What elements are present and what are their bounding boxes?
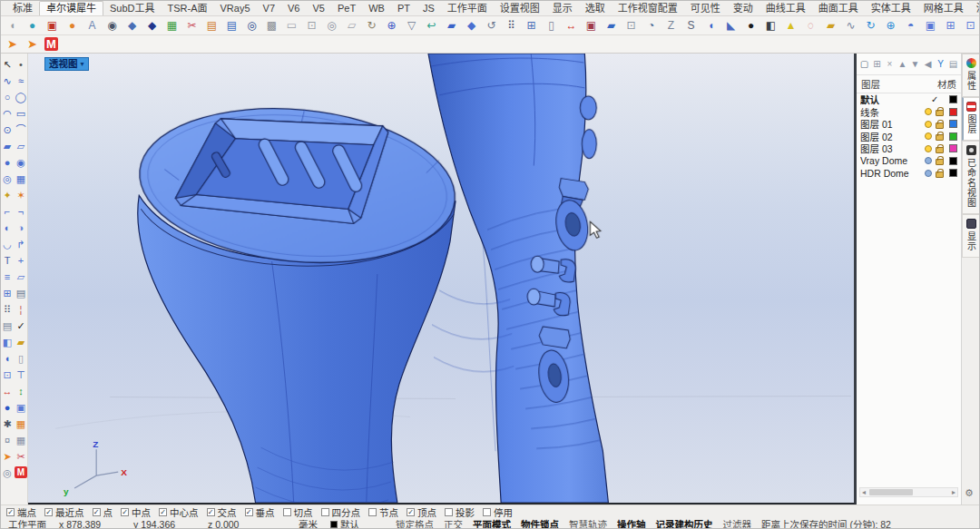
camera-tool-icon[interactable]: ◉ <box>104 18 120 34</box>
osnap-垂点[interactable]: ✓垂点 <box>245 505 275 519</box>
menu-tab[interactable]: 工作平面 <box>441 2 494 15</box>
menu-tab[interactable]: 网格工具 <box>917 2 970 15</box>
material-swatch[interactable] <box>949 144 957 152</box>
arc-blend-icon[interactable]: ◡ <box>1 238 14 251</box>
launcher-arrow-icon[interactable]: ➤ <box>5 36 20 52</box>
plane-pen-icon[interactable]: ▰ <box>444 18 459 34</box>
select-pointer-icon[interactable]: ↖ <box>1 58 14 72</box>
curve-arrow-icon[interactable]: ⌒ <box>15 123 27 137</box>
sync-circle-icon[interactable]: ↻ <box>863 18 878 34</box>
align-tool-icon[interactable]: A <box>84 18 100 34</box>
status-toggle[interactable]: 过滤器 <box>723 519 752 529</box>
move-tool-icon[interactable]: ⊕ <box>384 18 399 34</box>
mirror-icon[interactable]: ◧ <box>1 336 14 349</box>
checkbox[interactable]: ✓ <box>121 508 129 516</box>
m-plugin-icon[interactable]: M <box>44 37 58 51</box>
bucket-blue-icon[interactable]: ◓ <box>903 18 918 34</box>
menu-tab[interactable]: V5 <box>307 2 331 15</box>
lock-icon[interactable] <box>936 134 944 141</box>
boolean-union-icon[interactable]: ◐ <box>1 221 14 235</box>
gem-icon[interactable]: ◆ <box>464 18 479 34</box>
checkbox[interactable]: ✓ <box>44 508 53 516</box>
material-swatch[interactable] <box>949 120 957 128</box>
tilt-plane-icon[interactable]: ▱ <box>15 270 27 284</box>
lock-icon[interactable] <box>936 122 944 129</box>
history-clock-icon[interactable]: ↻ <box>364 18 379 34</box>
menu-tab[interactable]: 卓尔谟犀牛 <box>39 1 103 15</box>
cube-plus-icon[interactable]: ⊞ <box>1 287 14 300</box>
move-up-icon[interactable]: ▲ <box>897 58 907 71</box>
sphere-quarter-icon[interactable]: ◔ <box>643 18 659 34</box>
red-display-icon[interactable]: ▣ <box>44 18 60 34</box>
viewport-perspective[interactable]: Z X y 透视图 ▾ <box>28 54 857 505</box>
layer-row[interactable]: 线条 <box>857 106 961 119</box>
curve-icon[interactable]: ∿ <box>1 74 14 88</box>
osnap-中心点[interactable]: ✓中心点 <box>159 505 199 519</box>
rect-outline-icon[interactable]: ▭ <box>284 18 299 34</box>
red-sketch-icon[interactable]: ◌ <box>803 18 818 34</box>
paint-bucket-icon[interactable]: ◆ <box>124 18 140 34</box>
menu-tab[interactable]: 选取 <box>579 2 612 15</box>
osnap-节点[interactable]: 节点 <box>368 505 398 519</box>
bulb-icon[interactable] <box>925 121 932 128</box>
osnap-交点[interactable]: ✓交点 <box>207 505 237 519</box>
parallelogram-icon[interactable]: ▱ <box>344 18 359 34</box>
menu-tab[interactable]: 曲线工具 <box>760 2 812 15</box>
shell-tool-icon[interactable]: ◖ <box>5 18 20 34</box>
save-icon[interactable]: ▦ <box>15 434 27 447</box>
black-ball-icon[interactable]: ● <box>743 18 759 34</box>
checker-pattern-icon[interactable]: ▩ <box>264 18 279 34</box>
panel-tab-display[interactable]: 显示 <box>962 214 979 258</box>
status-toggle[interactable]: 平面模式 <box>473 519 511 529</box>
material-swatch[interactable] <box>949 132 957 141</box>
menu-tab[interactable]: 可见性 <box>684 2 727 15</box>
checkbox[interactable]: ✓ <box>93 508 101 516</box>
lock-icon[interactable] <box>936 159 944 165</box>
pipe-icon[interactable]: ¦ <box>15 303 27 317</box>
filter-circle-icon[interactable]: ⊡ <box>963 18 978 34</box>
checkbox[interactable]: ✓ <box>407 508 415 516</box>
spheres-icon[interactable]: ◉ <box>15 156 27 170</box>
menu-tab[interactable]: VRay5 <box>214 2 257 15</box>
lock-icon[interactable] <box>936 171 944 178</box>
menu-tab[interactable]: SubD工具 <box>103 2 162 15</box>
move-point-icon[interactable]: + <box>15 254 27 268</box>
units-label[interactable]: 毫米 <box>299 517 318 529</box>
orange-sphere-icon[interactable]: ● <box>64 18 80 34</box>
hatch-icon[interactable]: ▤ <box>15 287 27 300</box>
scrollbar-thumb[interactable] <box>869 489 913 495</box>
menu-tab[interactable]: 渲染工具 <box>970 2 980 15</box>
half-square-icon[interactable]: ◧ <box>763 18 779 34</box>
orbit-sphere-icon[interactable]: ◎ <box>244 18 260 34</box>
filter-dashed-icon[interactable]: ⊞ <box>943 18 958 34</box>
material-swatch[interactable] <box>949 169 957 177</box>
menu-tab[interactable]: WB <box>362 2 391 15</box>
bulb-icon[interactable] <box>925 145 932 152</box>
globe-tool-icon[interactable]: ● <box>24 18 40 34</box>
checkbox[interactable]: ✓ <box>6 508 15 516</box>
panel-tab-layers[interactable]: 图层 <box>962 97 979 141</box>
new-layer-icon[interactable]: ▢ <box>859 58 869 71</box>
target-tool-icon[interactable]: ◎ <box>1 466 14 480</box>
menu-tab[interactable]: PeT <box>331 2 362 15</box>
blue-ball-icon[interactable]: ● <box>1 401 14 415</box>
rect-dot-icon[interactable]: ⊡ <box>304 18 319 34</box>
menu-tab[interactable]: 曲面工具 <box>812 2 865 15</box>
chamfer-icon[interactable]: ¬ <box>15 205 27 219</box>
stack-icon[interactable]: ≡ <box>1 270 14 284</box>
scissors-tool-icon[interactable]: ✂ <box>15 450 27 464</box>
menu-tab[interactable]: JS <box>416 2 441 15</box>
model-right-tube[interactable] <box>428 54 617 503</box>
gold-sheet-icon[interactable]: ▰ <box>15 336 27 349</box>
checkbox[interactable] <box>283 508 291 516</box>
panel-tab-camera[interactable]: 已命名视图 <box>962 141 979 214</box>
layer-row[interactable]: 图层 03 <box>857 142 961 155</box>
checkbox[interactable] <box>445 508 453 516</box>
bulb-icon[interactable] <box>925 157 932 164</box>
status-toggle[interactable]: 智慧轨迹 <box>569 519 607 529</box>
gear-icon[interactable]: ⚙ <box>965 487 974 499</box>
red-arrows-icon[interactable]: ↔ <box>564 18 579 34</box>
material-swatch[interactable] <box>949 108 957 116</box>
filter-square-icon[interactable]: ▣ <box>923 18 938 34</box>
delete-layer-icon[interactable]: × <box>885 58 895 71</box>
